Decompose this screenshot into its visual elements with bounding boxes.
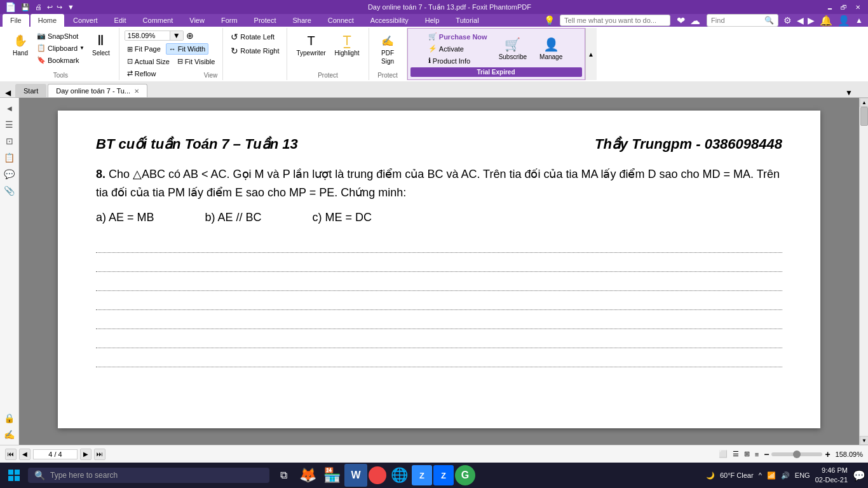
bell-icon[interactable]: 🔔 <box>820 15 832 27</box>
arrow-left-icon[interactable]: ◀ <box>797 15 804 25</box>
tab-convert[interactable]: Convert <box>65 14 105 27</box>
sidebar-attachments[interactable]: 📎 <box>2 183 17 198</box>
zoom-in-button[interactable]: + <box>825 449 830 459</box>
save-icon[interactable]: 💾 <box>21 3 30 11</box>
subscribe-button[interactable]: 🛒 Subscribe <box>495 31 531 66</box>
document-area[interactable]: BT cuối tuần Toán 7 – Tuần 13 Thầy Trung… <box>19 98 859 445</box>
fit-width-button[interactable]: ↔ Fit Width <box>166 43 208 55</box>
tab-start[interactable]: Start <box>15 84 46 97</box>
rotate-right-button[interactable]: ↻ Rotate Right <box>228 44 281 57</box>
taskbar-search-box[interactable]: 🔍 Type here to search <box>28 468 269 483</box>
notification-icon[interactable]: 💬 <box>853 470 865 482</box>
maximize-button[interactable]: 🗗 <box>839 2 849 12</box>
clipboard-button[interactable]: 📋 Clipboard ▼ <box>34 43 87 53</box>
tab-comment[interactable]: Comment <box>135 14 181 27</box>
rotate-left-button[interactable]: ↺ Rotate Left <box>228 30 277 43</box>
tab-scroll-right[interactable]: ▼ <box>845 88 853 97</box>
highlight-button[interactable]: T̲ Highlight <box>331 30 363 59</box>
taskbar-zalo[interactable]: Z <box>433 465 454 485</box>
start-button[interactable] <box>3 464 25 487</box>
zoom-out-button[interactable]: − <box>764 449 769 459</box>
sidebar-sign[interactable]: ✍ <box>2 427 17 442</box>
tell-me-search[interactable] <box>560 15 670 26</box>
tab-protect[interactable]: Protect <box>247 14 284 27</box>
taskbar-arrow-icon[interactable]: ^ <box>759 471 762 479</box>
nav-last-button[interactable]: ⏭ <box>94 449 105 460</box>
tab-close-button[interactable]: ✕ <box>134 88 139 95</box>
tell-me-input[interactable] <box>564 17 666 24</box>
taskbar-chrome[interactable]: 🌐 <box>388 464 410 487</box>
taskbar-zoom[interactable]: Z <box>412 465 432 485</box>
settings-icon[interactable]: ⚙ <box>783 15 792 25</box>
single-page-icon[interactable]: ⬜ <box>719 450 728 458</box>
task-view-button[interactable]: ⧉ <box>272 464 295 487</box>
minimize-button[interactable]: 🗕 <box>825 2 835 12</box>
hand-button[interactable]: ✋ Hand <box>8 30 33 59</box>
print-icon[interactable]: 🖨 <box>35 3 42 11</box>
search-icon[interactable]: 🔍 <box>764 16 774 25</box>
tab-help[interactable]: Help <box>417 14 447 27</box>
sidebar-security[interactable]: 🔒 <box>2 410 17 426</box>
ribbon-collapse-icon[interactable]: ▲ <box>855 16 863 25</box>
taskbar-firefox[interactable]: 🦊 <box>296 464 319 487</box>
bookmark-button[interactable]: 🔖 Bookmark <box>34 55 87 65</box>
sidebar-comments[interactable]: 💬 <box>2 166 17 182</box>
sidebar-toggle[interactable]: ◀ <box>2 100 17 116</box>
two-page-icon[interactable]: ⊞ <box>744 450 750 458</box>
taskbar-app5[interactable] <box>369 466 386 484</box>
taskbar-word[interactable]: W <box>344 464 367 487</box>
snapshot-button[interactable]: 📷 SnapShot <box>34 30 87 41</box>
tab-home[interactable]: Home <box>31 14 64 27</box>
tab-edit[interactable]: Edit <box>107 14 134 27</box>
ribbon-collapse-button[interactable]: ▲ <box>585 28 597 80</box>
zoom-slider[interactable] <box>771 452 822 456</box>
zoom-slider-thumb[interactable] <box>793 451 801 458</box>
tab-scroll-left[interactable]: ◀ <box>5 88 11 97</box>
scroll-icon[interactable]: ≡ <box>755 451 759 458</box>
purchase-now-button[interactable]: 🛒 Purchase Now <box>426 31 490 42</box>
favorite-icon[interactable]: ❤ <box>677 15 685 27</box>
activate-button[interactable]: ⚡ Activate <box>426 43 490 54</box>
tab-tutorial[interactable]: Tutorial <box>448 14 486 27</box>
dropdown-icon[interactable]: ▼ <box>67 3 74 11</box>
scroll-up-button[interactable]: ▲ <box>860 98 868 107</box>
cloud-icon[interactable]: ☁ <box>690 15 700 27</box>
fit-visible-button[interactable]: ⊟ Fit Visible <box>175 56 217 67</box>
find-input[interactable] <box>711 17 762 24</box>
zoom-expand-icon[interactable]: ⊕ <box>186 30 194 41</box>
product-info-button[interactable]: ℹ Product Info <box>426 55 490 66</box>
zoom-input-container[interactable]: ▼ <box>125 30 184 41</box>
scroll-thumb[interactable] <box>860 107 868 126</box>
find-search[interactable]: 🔍 <box>707 14 778 27</box>
continuous-page-icon[interactable]: ☰ <box>733 450 739 458</box>
reflow-button[interactable]: ⇄ Reflow <box>125 68 159 79</box>
tab-share[interactable]: Share <box>285 14 318 27</box>
vertical-scrollbar[interactable]: ▲ ▼ <box>859 98 868 445</box>
scroll-down-button[interactable]: ▼ <box>860 436 868 445</box>
tab-pdf-doc[interactable]: Day online toán 7 - Tu... ✕ <box>48 84 147 97</box>
nav-next-button[interactable]: ▶ <box>80 449 92 460</box>
sidebar-bookmarks[interactable]: 📋 <box>2 150 17 165</box>
page-number-input[interactable] <box>33 449 78 459</box>
taskbar-store[interactable]: 🏪 <box>320 464 343 487</box>
undo-icon[interactable]: ↩ <box>47 3 53 11</box>
pdf-sign-button[interactable]: ✍ PDF Sign <box>375 30 400 67</box>
user-icon[interactable]: 👤 <box>837 15 850 27</box>
taskbar-app8[interactable]: G <box>455 465 475 485</box>
zoom-value-input[interactable] <box>125 31 170 40</box>
sidebar-pages[interactable]: ☰ <box>2 117 17 132</box>
scroll-track[interactable] <box>860 107 868 436</box>
nav-prev-button[interactable]: ◀ <box>19 449 31 460</box>
tab-accessibility[interactable]: Accessibility <box>363 14 416 27</box>
select-button[interactable]: Ⅱ Select <box>88 30 114 59</box>
actual-size-button[interactable]: ⊡ Actual Size <box>125 56 172 67</box>
close-button[interactable]: ✕ <box>853 2 863 12</box>
redo-icon[interactable]: ↪ <box>57 3 62 11</box>
tab-view[interactable]: View <box>182 14 212 27</box>
zoom-dropdown-btn[interactable]: ▼ <box>170 31 183 40</box>
manage-button[interactable]: 👤 Manage <box>536 31 566 66</box>
tab-file[interactable]: File <box>3 14 29 27</box>
fit-page-button[interactable]: ⊞ Fit Page <box>125 44 163 55</box>
tab-connect[interactable]: Connect <box>320 14 362 27</box>
typewriter-button[interactable]: T Typewriter <box>292 30 329 59</box>
